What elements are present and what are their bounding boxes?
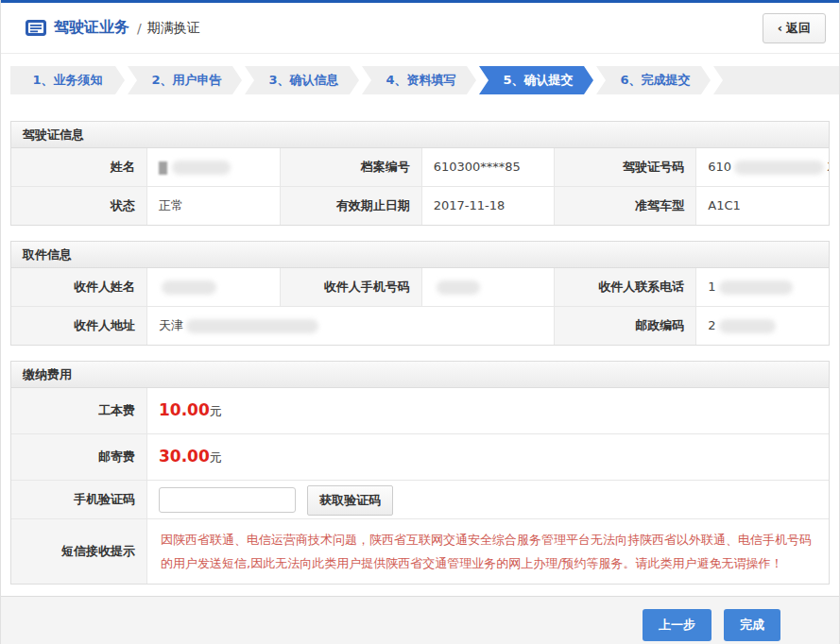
expiry-value: 2017-11-18 (421, 187, 555, 225)
finish-button[interactable]: 完成 (724, 609, 780, 641)
redacted-recipient-mobile (437, 280, 480, 295)
step-1-business-notes[interactable]: 1、业务须知 (10, 66, 125, 94)
postal-code-value: 2 (695, 307, 829, 345)
postal-code-prefix: 2 (708, 318, 715, 332)
name-value (146, 148, 280, 186)
currency-unit: 元 (210, 450, 222, 465)
status-label: 状态 (11, 187, 146, 225)
license-number-suffix: X (827, 160, 829, 174)
license-card-icon (26, 20, 46, 36)
redacted-name (172, 161, 231, 175)
section-fees: 缴纳费用 工本费 10.00元 邮寄费 30.00元 手机验证码 获取验证码 短… (10, 361, 830, 585)
recipient-mobile-label: 收件人手机号码 (280, 268, 421, 306)
recipient-address-prefix: 天津 (159, 318, 183, 332)
license-number-value: 610X (695, 148, 829, 186)
step-3-confirm-info[interactable]: 3、确认信息 (245, 66, 359, 94)
production-fee-label: 工本费 (11, 388, 146, 433)
table-row: 手机验证码 获取验证码 (11, 480, 829, 518)
redacted-fragment (159, 161, 167, 175)
table-row: 工本费 10.00元 (11, 388, 829, 433)
chevron-left-icon: ‹ (778, 21, 782, 35)
redacted-recipient-name (162, 280, 216, 295)
back-button[interactable]: ‹返回 (763, 13, 826, 43)
table-row: 邮寄费 30.00元 (11, 433, 829, 480)
breadcrumb-separator: / (137, 21, 142, 36)
section-pickup-info: 取件信息 收件人姓名 收件人手机号码 收件人联系电话 1 收件人地址 天津 邮政… (10, 241, 830, 346)
mailing-fee-label: 邮寄费 (11, 434, 146, 480)
section-fees-title: 缴纳费用 (11, 362, 829, 388)
step-6-finish-submit[interactable]: 6、完成提交 (596, 66, 711, 94)
production-fee-value: 10.00元 (146, 388, 829, 433)
table-row: 状态 正常 有效期止日期 2017-11-18 准驾车型 A1C1 (11, 186, 829, 225)
postal-code-label: 邮政编码 (554, 307, 695, 345)
redacted-postal-code (719, 319, 776, 333)
table-row: 短信接收提示 因陕西省联通、电信运营商技术问题，陕西省互联网交通安全综合服务管理… (11, 518, 829, 584)
recipient-address-label: 收件人地址 (11, 307, 146, 345)
mailing-fee-value: 30.00元 (146, 434, 829, 480)
vehicle-class-label: 准驾车型 (554, 187, 695, 225)
sms-code-input[interactable] (159, 487, 296, 513)
currency-unit: 元 (210, 404, 222, 418)
file-number-label: 档案编号 (280, 148, 421, 186)
sms-code-label: 手机验证码 (11, 481, 146, 518)
page-subtitle: 期满换证 (147, 20, 200, 37)
license-number-label: 驾驶证号码 (554, 148, 695, 186)
section-license-info: 驾驶证信息 姓名 档案编号 610300****85 驾驶证号码 610X 状态… (10, 121, 830, 226)
production-fee-amount: 10.00 (159, 400, 210, 419)
section-license-title: 驾驶证信息 (11, 122, 829, 148)
recipient-name-label: 收件人姓名 (11, 268, 146, 306)
step-filler (713, 66, 839, 94)
file-number-value: 610300****85 (421, 148, 555, 186)
page-title: 驾驶证业务 (54, 18, 129, 38)
mailing-fee-amount: 30.00 (159, 447, 210, 466)
previous-step-button[interactable]: 上一步 (643, 609, 711, 641)
recipient-phone-value: 1 (695, 268, 829, 306)
get-sms-code-button[interactable]: 获取验证码 (307, 485, 393, 516)
license-number-prefix: 610 (708, 160, 731, 174)
recipient-mobile-value (421, 268, 555, 306)
recipient-name-value (146, 268, 280, 306)
sms-code-cell: 获取验证码 (146, 481, 829, 518)
recipient-address-value: 天津 (146, 307, 554, 345)
status-value: 正常 (146, 187, 280, 225)
step-5-confirm-submit[interactable]: 5、确认提交 (479, 66, 593, 94)
sms-notice-label: 短信接收提示 (11, 519, 146, 584)
back-button-label: 返回 (786, 21, 811, 35)
table-row: 收件人姓名 收件人手机号码 收件人联系电话 1 (11, 268, 829, 306)
step-wizard: 1、业务须知 2、用户申告 3、确认信息 4、资料填写 5、确认提交 6、完成提… (1, 66, 839, 94)
step-2-user-declaration[interactable]: 2、用户申告 (128, 66, 242, 94)
section-pickup-title: 取件信息 (11, 242, 829, 268)
step-4-fill-data[interactable]: 4、资料填写 (362, 66, 476, 94)
table-row: 收件人地址 天津 邮政编码 2 (11, 306, 829, 345)
name-label: 姓名 (11, 148, 146, 186)
footer-action-bar: 上一步 完成 (1, 596, 839, 644)
sms-notice-text: 因陕西省联通、电信运营商技术问题，陕西省互联网交通安全综合服务管理平台无法向持陕… (146, 519, 829, 584)
redacted-recipient-address (186, 319, 318, 333)
recipient-phone-label: 收件人联系电话 (554, 268, 695, 306)
redacted-license-number (734, 161, 824, 175)
redacted-recipient-phone (719, 280, 793, 295)
main-content: 驾驶证信息 姓名 档案编号 610300****85 驾驶证号码 610X 状态… (1, 94, 839, 585)
expiry-label: 有效期止日期 (280, 187, 421, 225)
vehicle-class-value: A1C1 (695, 187, 829, 225)
page: 驾驶证业务 / 期满换证 ‹返回 1、业务须知 2、用户申告 3、确认信息 4、… (0, 0, 840, 644)
table-row: 姓名 档案编号 610300****85 驾驶证号码 610X (11, 148, 829, 186)
header: 驾驶证业务 / 期满换证 ‹返回 (1, 3, 839, 54)
recipient-phone-prefix: 1 (708, 280, 715, 294)
